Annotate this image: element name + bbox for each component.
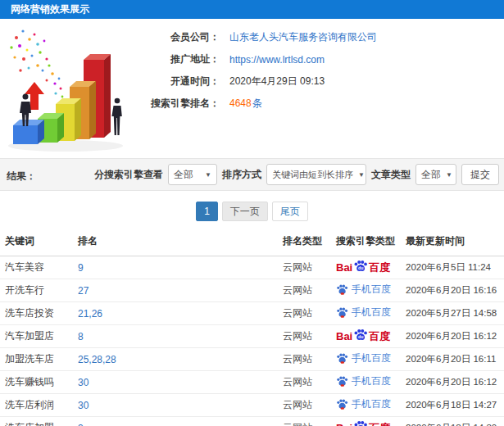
engine-rank-label: 搜索引擎排名： bbox=[138, 97, 220, 111]
keyword-cell: 洗车赚钱吗 bbox=[0, 371, 78, 394]
rank-cell: 21,26 bbox=[78, 302, 283, 325]
bar-blue bbox=[13, 120, 44, 144]
mobile-baidu-logo: 手机百度 bbox=[336, 397, 391, 411]
rank-link[interactable]: 27 bbox=[78, 285, 89, 297]
engine-filter-value: 全部 bbox=[174, 168, 193, 182]
keyword-cell: 加盟洗车店 bbox=[0, 348, 78, 371]
ranking-table-wrap: 关键词 排名 排名类型 搜索引擎类型 最新更新时间 汽车美容 9 云网站 Bai bbox=[0, 228, 504, 426]
table-row: 汽车美容 9 云网站 Bai du 百度 bbox=[0, 256, 504, 279]
rank-link[interactable]: 25,28,28 bbox=[78, 354, 116, 365]
svg-text:du: du bbox=[358, 333, 363, 338]
table-row: 洗车店投资 21,26 云网站 Bai du 百度 bbox=[0, 302, 504, 325]
mobile-baidu-label: 手机百度 bbox=[352, 306, 391, 320]
rank-type-cell: 云网站 bbox=[283, 394, 336, 417]
mobile-baidu-logo: 手机百度 bbox=[336, 283, 391, 297]
table-header-row: 关键词 排名 排名类型 搜索引擎类型 最新更新时间 bbox=[0, 228, 504, 256]
rank-link[interactable]: 8 bbox=[78, 331, 84, 342]
rank-link[interactable]: 30 bbox=[78, 377, 89, 388]
col-rank-type: 排名类型 bbox=[283, 228, 336, 256]
updated-cell: 2020年6月20日 16:12 bbox=[406, 371, 504, 394]
rank-cell: 27 bbox=[78, 279, 283, 302]
ranking-table: 关键词 排名 排名类型 搜索引擎类型 最新更新时间 汽车美容 9 云网站 Bai bbox=[0, 228, 504, 426]
engine-cell: Bai du 百度 bbox=[336, 256, 406, 279]
baidu-paw-icon: du bbox=[353, 419, 368, 426]
rank-link[interactable]: 9 bbox=[78, 262, 84, 274]
rank-cell: 8 bbox=[78, 325, 283, 348]
table-row: 洗车赚钱吗 30 云网站 Bai du 百度 bbox=[0, 371, 504, 394]
baidu-logo: Bai du 百度 bbox=[336, 261, 390, 275]
mobile-baidu-label: 手机百度 bbox=[352, 374, 391, 388]
rank-type-cell: 云网站 bbox=[283, 348, 336, 371]
member-company-link[interactable]: 山东老人头汽车服务咨询有限公司 bbox=[229, 30, 377, 44]
result-label: 结果： bbox=[7, 170, 36, 184]
rank-type-cell: 云网站 bbox=[283, 279, 336, 302]
submit-button[interactable]: 提交 bbox=[461, 164, 499, 185]
bar-chart-growth-icon bbox=[2, 23, 152, 156]
engine-cell: Bai du 百度 bbox=[336, 348, 406, 371]
member-company-row: 会员公司： 山东老人头汽车服务咨询有限公司 bbox=[138, 26, 377, 48]
filter-bar: 结果： 分搜索引擎查看 全部 ▼ 排序方式 关键词由短到长排序 ▼ 文章类型 全… bbox=[0, 158, 504, 191]
updated-cell: 2020年6月20日 16:12 bbox=[406, 325, 504, 348]
rank-cell: 30 bbox=[78, 371, 283, 394]
engine-rank-value: 4648条 bbox=[229, 97, 262, 111]
keyword-cell: 汽车美容 bbox=[0, 256, 78, 279]
col-rank: 排名 bbox=[78, 228, 283, 256]
promo-url-label: 推广地址： bbox=[138, 52, 220, 66]
chevron-down-icon: ▼ bbox=[358, 171, 365, 179]
rank-link[interactable]: 3 bbox=[78, 423, 84, 426]
mobile-baidu-label: 手机百度 bbox=[352, 283, 391, 297]
rank-type-cell: 云网站 bbox=[283, 302, 336, 325]
rank-link[interactable]: 21,26 bbox=[78, 308, 102, 320]
engine-cell: Bai du 百度 bbox=[336, 279, 406, 302]
baidu-logo-cn-text: 百度 bbox=[369, 329, 390, 344]
updated-cell: 2020年5月27日 14:58 bbox=[406, 302, 504, 325]
rank-cell: 3 bbox=[78, 417, 283, 426]
rank-type-cell: 云网站 bbox=[283, 256, 336, 279]
baidu-logo: Bai du 百度 bbox=[336, 329, 390, 344]
article-type-value: 全部 bbox=[421, 168, 441, 182]
baidu-logo: Bai du 百度 bbox=[336, 421, 390, 426]
last-page-button[interactable]: 尾页 bbox=[272, 202, 308, 221]
mobile-baidu-paw-icon bbox=[336, 375, 348, 387]
keyword-cell: 洗车店利润 bbox=[0, 394, 78, 417]
baidu-logo-cn-text: 百度 bbox=[369, 261, 390, 275]
member-info-panel: 会员公司： 山东老人头汽车服务咨询有限公司 推广地址： https://www.… bbox=[138, 26, 377, 115]
promo-url-row: 推广地址： https://www.lrtlsd.com bbox=[138, 48, 377, 70]
mobile-baidu-logo: 手机百度 bbox=[336, 374, 391, 388]
baidu-logo-bai-text: Bai bbox=[336, 330, 352, 342]
engine-cell: Bai du 百度 bbox=[336, 394, 406, 417]
engine-filter-select[interactable]: 全部 ▼ bbox=[168, 164, 217, 185]
open-time-label: 开通时间： bbox=[138, 75, 220, 88]
baidu-logo-bai-text: Bai bbox=[336, 261, 352, 274]
page-1-button[interactable]: 1 bbox=[196, 202, 218, 221]
updated-cell: 2020年6月20日 16:11 bbox=[406, 348, 504, 371]
mobile-baidu-label: 手机百度 bbox=[352, 397, 391, 411]
rank-cell: 30 bbox=[78, 394, 283, 417]
engine-cell: Bai du 百度 bbox=[336, 302, 406, 325]
table-row: 加盟洗车店 25,28,28 云网站 Bai du 百度 bbox=[0, 348, 504, 371]
sort-filter-value: 关键词由短到长排序 bbox=[272, 169, 353, 181]
mobile-baidu-paw-icon bbox=[336, 352, 348, 365]
engine-cell: Bai du 百度 bbox=[336, 371, 406, 394]
baidu-paw-icon: du bbox=[353, 259, 368, 274]
rank-cell: 9 bbox=[78, 256, 283, 279]
table-row: 洗车店利润 30 云网站 Bai du 百度 bbox=[0, 394, 504, 417]
rank-type-cell: 云网站 bbox=[283, 371, 336, 394]
engine-rank-unit: 条 bbox=[252, 97, 262, 109]
sort-filter-label: 排序方式 bbox=[222, 168, 261, 182]
col-engine-type: 搜索引擎类型 bbox=[336, 228, 406, 256]
article-type-select[interactable]: 全部 ▼ bbox=[415, 164, 456, 185]
chevron-down-icon: ▼ bbox=[205, 171, 211, 179]
table-row: 洗车店加盟 3 云网站 Bai du 百度 bbox=[0, 417, 504, 426]
sort-filter-select[interactable]: 关键词由短到长排序 ▼ bbox=[266, 164, 366, 185]
updated-cell: 2020年6月20日 16:16 bbox=[406, 279, 504, 302]
rank-table-body: 汽车美容 9 云网站 Bai du 百度 bbox=[0, 256, 504, 426]
next-page-button[interactable]: 下一页 bbox=[222, 202, 268, 221]
engine-cell: Bai du 百度 bbox=[336, 417, 406, 426]
promo-url-link[interactable]: https://www.lrtlsd.com bbox=[229, 54, 325, 66]
updated-cell: 2020年6月5日 11:24 bbox=[406, 256, 504, 279]
rank-link[interactable]: 30 bbox=[78, 400, 89, 411]
chevron-down-icon: ▼ bbox=[446, 171, 452, 179]
open-time-row: 开通时间： 2020年4月29日 09:13 bbox=[138, 70, 377, 93]
keyword-cell: 汽车加盟店 bbox=[0, 325, 78, 348]
